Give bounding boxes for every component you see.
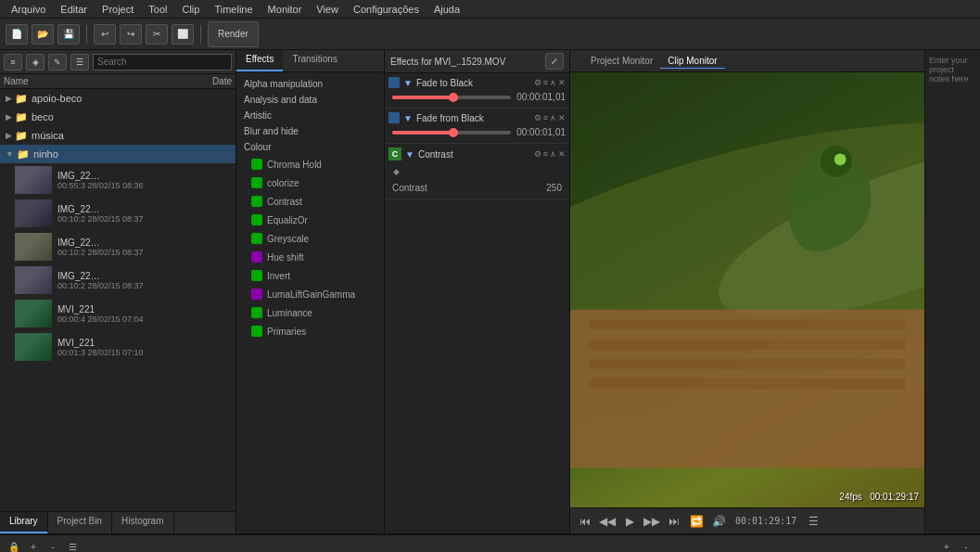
effect-invert[interactable]: Invert	[236, 266, 384, 285]
menu-monitor[interactable]: Monitor	[261, 2, 310, 17]
fade-from-black-slider[interactable]	[392, 131, 511, 135]
folder-beco[interactable]: ▶ 📁 beco	[0, 108, 235, 126]
tl-list-btn[interactable]: ☰	[64, 539, 81, 553]
effect-close-btn[interactable]: ✕	[558, 78, 566, 87]
tab-library[interactable]: Library	[0, 512, 48, 533]
file-mvi221-1[interactable]: MVI_221 00:00:4 28/02/15 07:04	[0, 297, 235, 330]
list-view-btn[interactable]: ☰	[70, 54, 89, 71]
effect-enable-toggle[interactable]: ▼	[403, 78, 413, 88]
timeline-toolbar: 🔒 + - ☰ + -	[0, 535, 980, 552]
capture-btn[interactable]: ⬜	[172, 24, 194, 45]
menu-tool[interactable]: Tool	[141, 2, 174, 17]
menu-timeline[interactable]: Timeline	[207, 2, 260, 17]
play-btn[interactable]: ▶	[620, 512, 639, 531]
left-tabs: Library Project Bin Histogram	[0, 511, 235, 533]
skip-end-btn[interactable]: ⏭	[665, 512, 683, 531]
category-alpha[interactable]: Alpha manipulation	[236, 76, 384, 92]
tab-effects[interactable]: Effects	[236, 50, 283, 71]
effect-hue-shift[interactable]: Hue shift	[236, 248, 384, 266]
menu-view[interactable]: View	[309, 2, 346, 17]
effect-luminance[interactable]: Luminance	[236, 303, 384, 322]
tl-lock-btn[interactable]: 🔒	[6, 539, 22, 553]
contrast-expand-btn[interactable]: ∧	[550, 149, 556, 159]
menu-arquivo[interactable]: Arquivo	[4, 2, 53, 17]
view-toggle-btn[interactable]: ≡	[4, 54, 22, 71]
fade-to-black-slider[interactable]	[392, 96, 511, 99]
category-artistic[interactable]: Artistic	[236, 108, 384, 123]
effect-luma[interactable]: LumaLiftGainGamma	[236, 285, 384, 303]
contrast-block: C ▼ Contrast ⚙ ≡ ∧ ✕ ◆ Contrast 250	[385, 144, 569, 199]
next-frame-btn[interactable]: ▶▶	[643, 512, 661, 531]
contrast-close-btn[interactable]: ✕	[558, 149, 566, 159]
ffb-expand-btn[interactable]: ∧	[550, 113, 556, 122]
tl-minus-btn[interactable]: -	[45, 539, 61, 553]
contrast-enable-toggle[interactable]: ▼	[405, 149, 414, 160]
contrast-menu-btn[interactable]: ≡	[543, 149, 548, 159]
menu-config[interactable]: Configurações	[346, 2, 426, 17]
svg-rect-7	[589, 379, 905, 389]
tab-transitions[interactable]: Transitions	[283, 50, 347, 71]
effect-primaries[interactable]: Primaries	[236, 322, 384, 340]
category-colour[interactable]: Colour	[236, 139, 384, 155]
search-input[interactable]	[93, 54, 232, 71]
menu-editar[interactable]: Editar	[53, 2, 95, 17]
skip-start-btn[interactable]: ⏮	[576, 512, 594, 531]
svg-rect-5	[589, 340, 905, 350]
open-btn[interactable]: 📂	[32, 24, 54, 45]
volume-btn[interactable]: 🔊	[709, 512, 728, 531]
effects-expand-btn[interactable]: ⤢	[545, 53, 564, 70]
file-img22-3[interactable]: IMG_22… 00:10:2 28/02/15 08:37	[0, 230, 235, 263]
new-btn[interactable]: 📄	[6, 24, 28, 45]
menu-ajuda[interactable]: Ajuda	[426, 2, 467, 17]
render-button[interactable]: Render	[208, 21, 259, 47]
effect-enable-toggle[interactable]: ▼	[403, 113, 413, 123]
undo-btn[interactable]: ↩	[94, 24, 116, 45]
tl-zoom-in-btn[interactable]: +	[938, 539, 955, 553]
effect-contrast[interactable]: Contrast	[236, 192, 384, 211]
menu-clip[interactable]: Clip	[174, 2, 207, 17]
contrast-header: C ▼ Contrast ⚙ ≡ ∧ ✕	[388, 148, 566, 160]
ffb-settings-btn[interactable]: ⚙	[534, 113, 541, 122]
contrast-keyframe-btn[interactable]: ◆	[388, 164, 403, 179]
tl-zoom-out-btn[interactable]: -	[958, 539, 974, 553]
folder-apoio-beco[interactable]: ▶ 📁 apoio-beco	[0, 89, 235, 108]
file-mvi221-2[interactable]: MVI_221 00:01:3 28/02/15 07:10	[0, 330, 235, 364]
effect-equaliz[interactable]: EqualizOr	[236, 211, 384, 229]
loop-btn[interactable]: 🔁	[687, 512, 706, 531]
tl-add-btn[interactable]: +	[25, 539, 42, 553]
add-clip-btn[interactable]: ✎	[48, 54, 67, 71]
tab-histogram[interactable]: Histogram	[112, 512, 174, 533]
category-analysis[interactable]: Analysis and data	[236, 92, 384, 108]
current-timecode: 00:01:29:17	[735, 516, 796, 526]
file-img22-2[interactable]: IMG_22… 00:10:2 28/02/15 08:37	[0, 197, 235, 230]
effect-settings-btn[interactable]: ⚙	[534, 78, 541, 87]
playlist-btn[interactable]: ☰	[804, 512, 822, 531]
filter-btn[interactable]: ◈	[26, 54, 45, 71]
folder-ninho[interactable]: ▼ 📁 ninho	[0, 145, 235, 163]
category-blur[interactable]: Blur and hide	[236, 123, 384, 139]
effect-chroma-hold[interactable]: Chroma Hold	[236, 155, 384, 173]
contrast-settings-btn[interactable]: ⚙	[534, 149, 541, 159]
redo-btn[interactable]: ↪	[120, 24, 142, 45]
file-img22-4[interactable]: IMG_22… 00:10:2 28/02/15 08:37	[0, 263, 235, 297]
folder-musica[interactable]: ▶ 📁 música	[0, 126, 235, 145]
effect-dot	[251, 159, 262, 170]
prev-frame-btn[interactable]: ◀◀	[598, 512, 617, 531]
folder-arrow: ▶	[6, 94, 12, 103]
menu-project[interactable]: Project	[95, 2, 141, 17]
tab-clip-monitor[interactable]: Clip Monitor	[660, 54, 724, 69]
tab-project-monitor[interactable]: Project Monitor	[583, 54, 660, 69]
save-btn[interactable]: 💾	[57, 24, 80, 45]
clip-btn[interactable]: ✂	[146, 24, 168, 45]
menubar: Arquivo Editar Project Tool Clip Timelin…	[0, 0, 980, 19]
effect-menu-btn[interactable]: ≡	[543, 78, 548, 87]
effect-colorize[interactable]: colorize	[236, 173, 384, 192]
ffb-close-btn[interactable]: ✕	[558, 113, 566, 122]
tab-project-bin[interactable]: Project Bin	[48, 512, 112, 533]
effect-expand-btn[interactable]: ∧	[550, 78, 556, 87]
ffb-menu-btn[interactable]: ≡	[543, 113, 548, 122]
contrast-value-label: Contrast	[392, 183, 427, 193]
effect-greyscale[interactable]: Greyscale	[236, 229, 384, 248]
file-img22-1[interactable]: IMG_22… 00:55:3 28/02/15 08:36	[0, 163, 235, 197]
file-name: MVI_221	[57, 304, 230, 315]
